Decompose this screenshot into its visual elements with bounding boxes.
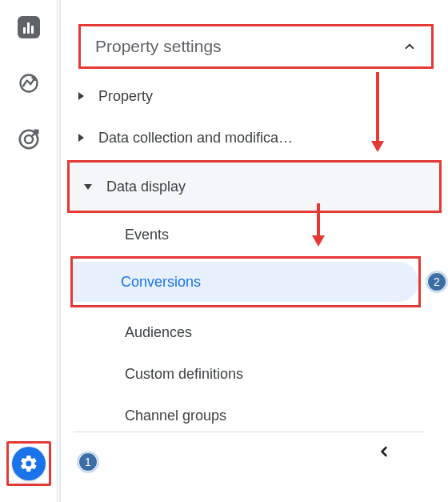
rail-divider <box>59 0 61 502</box>
left-rail <box>0 0 58 502</box>
property-settings-label: Property settings <box>95 37 222 56</box>
nav-item-label: Property <box>98 88 153 105</box>
nav-subitem-label: Events <box>125 227 169 243</box>
nav-subitem-conversions[interactable]: Conversions <box>73 262 418 302</box>
nav-subitem-label: Custom definitions <box>125 366 243 383</box>
annotation-badge-2: 2 <box>426 271 448 293</box>
nav-subitem-label: Channel groups <box>125 408 226 424</box>
chevron-up-icon <box>402 39 417 54</box>
nav-item-property[interactable]: Property <box>64 77 424 115</box>
data-display-highlight-box: Data display <box>67 160 442 213</box>
reports-icon[interactable] <box>13 11 45 43</box>
caret-right-icon <box>78 134 84 142</box>
collapse-row <box>74 432 424 470</box>
nav-subitem-channel-groups[interactable]: Channel groups <box>70 396 424 436</box>
nav-subitem-custom-definitions[interactable]: Custom definitions <box>70 354 424 394</box>
nav-item-data-display[interactable]: Data display <box>73 167 436 206</box>
svg-point-2 <box>25 135 33 143</box>
caret-right-icon <box>78 92 84 100</box>
nav-subitem-label: Audiences <box>125 324 192 341</box>
nav-subitem-audiences[interactable]: Audiences <box>70 312 424 352</box>
nav-item-label: Data collection and modifica… <box>98 130 293 147</box>
admin-gear-icon[interactable] <box>12 447 46 480</box>
admin-highlight-box <box>6 441 51 486</box>
nav-item-data-collection[interactable]: Data collection and modifica… <box>64 118 424 157</box>
nav-subitem-label: Conversions <box>121 274 201 291</box>
conversions-row: Conversions 2 <box>70 256 448 307</box>
nav-item-label: Data display <box>106 179 186 195</box>
nav-subitem-events[interactable]: Events <box>70 215 424 255</box>
advertising-icon[interactable] <box>13 123 45 155</box>
conversions-highlight-box: Conversions <box>70 256 421 307</box>
settings-panel: Property settings Property Data collecti… <box>64 0 448 437</box>
caret-down-icon <box>84 184 92 190</box>
explore-icon[interactable] <box>13 67 45 99</box>
property-settings-header[interactable]: Property settings <box>78 24 434 69</box>
chevron-left-icon[interactable] <box>376 444 392 460</box>
